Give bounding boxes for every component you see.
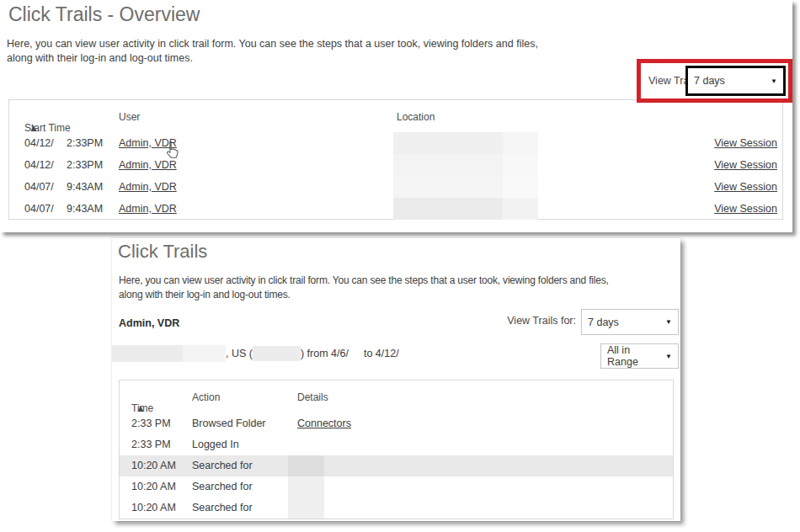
- start-time: 9:43AM: [67, 176, 103, 198]
- table-row: 2:33 PM Logged In: [120, 434, 673, 455]
- column-header-location: Location: [397, 111, 435, 123]
- view-trails-value: 7 days: [588, 317, 619, 328]
- location-redaction: [112, 345, 226, 362]
- view-session-link[interactable]: View Session: [714, 198, 777, 220]
- location-redaction: [393, 154, 503, 176]
- detail-panel: Click Trails Here, you can view user act…: [112, 238, 680, 521]
- trail-steps-table: Time▲ Action Details 2:33 PM Browsed Fol…: [119, 380, 674, 519]
- step-time: 10:20 AM: [131, 497, 176, 519]
- start-date: 04/07/: [24, 198, 54, 220]
- user-link[interactable]: Admin, VDR: [119, 176, 177, 198]
- detail-page-description: Here, you can view user activity in clic…: [119, 274, 609, 302]
- location-redaction: [503, 176, 538, 198]
- step-action: Searched for: [192, 497, 253, 519]
- step-time: 10:20 AM: [131, 455, 176, 476]
- chevron-down-icon: ▼: [665, 353, 672, 360]
- location-redaction: [503, 154, 538, 176]
- view-trails-select[interactable]: 7 days ▼: [581, 309, 679, 335]
- step-action: Searched for: [192, 455, 253, 476]
- table-row: 04/12/ 2:33PM Admin, VDR View Session: [9, 132, 782, 154]
- table-row: 10:20 AM Searched for: [120, 476, 673, 497]
- detail-page-title: Click Trails: [118, 241, 207, 263]
- overview-panel: Click Trails - Overview Here, you can vi…: [0, 0, 792, 232]
- chevron-down-icon: ▼: [665, 318, 672, 326]
- page: Click Trails - Overview Here, you can vi…: [0, 0, 800, 532]
- view-trails-select[interactable]: 7 days ▼: [685, 66, 786, 96]
- location-redaction: [503, 132, 538, 154]
- description-line: Here, you can view user activity in clic…: [119, 274, 609, 288]
- view-session-link[interactable]: View Session: [714, 132, 777, 154]
- start-time: 2:33PM: [67, 154, 103, 176]
- location-redaction: [503, 198, 538, 220]
- start-date: 04/07/: [24, 176, 54, 198]
- step-time: 2:33 PM: [131, 413, 171, 434]
- start-date: 04/12/: [24, 154, 54, 176]
- description-line: along with their log-in and log-out time…: [7, 51, 538, 66]
- view-session-link[interactable]: View Session: [714, 176, 777, 198]
- range-filter-value: All in Range: [607, 344, 660, 368]
- sort-ascending-icon: ▲: [136, 402, 146, 414]
- location-text: , US (: [226, 348, 253, 359]
- table-row-highlighted: 10:20 AM Searched for: [120, 455, 673, 476]
- location-redaction: [393, 198, 503, 220]
- session-location-line: , US ( ) from 4/6/ to 4/12/: [112, 344, 399, 363]
- column-header-user: User: [119, 111, 140, 123]
- ip-redaction: [253, 346, 301, 361]
- view-trails-label: View Trails for:: [507, 315, 576, 327]
- date-range-to-text: to 4/12/: [364, 348, 399, 359]
- table-row: 2:33 PM Browsed Folder Connectors: [120, 413, 673, 434]
- view-session-link[interactable]: View Session: [714, 154, 777, 176]
- step-time: 2:33 PM: [131, 434, 171, 455]
- user-link[interactable]: Admin, VDR: [119, 198, 177, 220]
- details-link[interactable]: Connectors: [297, 413, 351, 434]
- start-time: 2:33PM: [67, 132, 103, 154]
- step-action: Browsed Folder: [192, 413, 266, 434]
- hand-cursor-icon: [163, 141, 181, 161]
- location-redaction: [393, 176, 503, 198]
- column-header-details: Details: [297, 391, 328, 403]
- page-description: Here, you can view user activity in clic…: [7, 37, 538, 66]
- step-action: Logged In: [192, 434, 239, 455]
- date-range-text: ) from 4/6/: [301, 348, 349, 359]
- details-redaction: [288, 497, 324, 519]
- range-filter-select[interactable]: All in Range ▼: [600, 343, 679, 369]
- location-redaction: [393, 132, 503, 154]
- chevron-down-icon: ▼: [771, 77, 777, 85]
- details-redaction: [288, 476, 324, 497]
- start-time: 9:43AM: [67, 198, 103, 220]
- table-row: 04/07/ 9:43AM Admin, VDR View Session: [9, 198, 782, 220]
- red-callout-box: View Trails for: 7 days ▼: [637, 59, 792, 103]
- page-title: Click Trails - Overview: [8, 3, 200, 26]
- details-redaction: [288, 455, 324, 476]
- table-row: 04/12/ 2:33PM Admin, VDR View Session: [9, 154, 782, 176]
- description-line: along with their log-in and log-out time…: [119, 288, 609, 302]
- start-date: 04/12/: [24, 132, 54, 154]
- selected-user-name: Admin, VDR: [119, 317, 179, 329]
- step-action: Searched for: [192, 476, 253, 497]
- table-row: 04/07/ 9:43AM Admin, VDR View Session: [9, 176, 782, 198]
- column-header-action: Action: [192, 391, 220, 403]
- step-time: 10:20 AM: [131, 476, 176, 497]
- table-row: 10:20 AM Searched for: [120, 497, 673, 519]
- view-trails-value: 7 days: [694, 75, 725, 87]
- description-line: Here, you can view user activity in clic…: [7, 37, 538, 51]
- sessions-table: Start Time▲ User Location 04/12/ 2:33PM …: [8, 99, 783, 220]
